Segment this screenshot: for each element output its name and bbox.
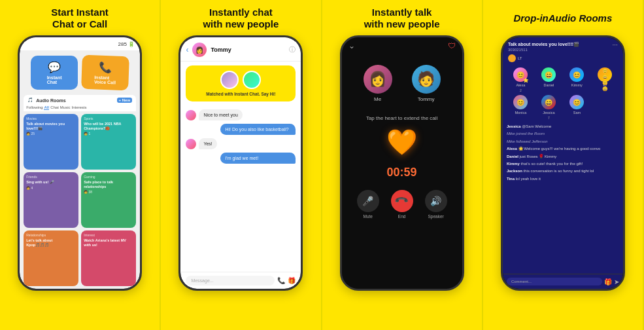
panel-3: Instantly talkwith new people ⌄ 🛡 👩 Me 🧑 — [322, 0, 483, 330]
speaker-monica-avatar: 😊 — [513, 95, 528, 109]
new-badge[interactable]: + New — [117, 98, 133, 103]
chat-icon: 💬 — [48, 61, 61, 73]
rooms-grid: Movies Talk about movies you love!!!!🎬 🧑… — [20, 111, 140, 289]
room-tag-interest: Interest — [84, 233, 133, 237]
host-row: LT — [508, 54, 618, 62]
p1-statusbar: 285 🔋 — [20, 37, 140, 50]
room-tag-rel: Relationships — [26, 233, 76, 237]
speaker-alexa-name: Alexa — [516, 83, 525, 87]
speaker-monica: 😊 Monica — [508, 95, 534, 120]
contact-avatar: 👩 — [192, 43, 207, 57]
room-friends[interactable]: Friends Sing with us! 🎤 🧑 4 — [24, 172, 78, 228]
screen-4: Talk about movies you love!!!!🎬 30302151… — [503, 37, 623, 289]
msg-2-bubble: Hi! Do you also like basketball? — [220, 124, 296, 135]
back-button[interactable]: ‹ — [186, 45, 188, 54]
msg-1: Nice to meet you — [186, 109, 296, 120]
call-timer: 00:59 — [387, 166, 417, 179]
screen-1: 285 🔋 💬 InstantChat 📞 InstantVoice Call … — [20, 37, 140, 289]
room-interest[interactable]: Interest Watch Ariana's latest MV with u… — [81, 230, 136, 286]
end-call-button[interactable]: 📞 End — [391, 190, 413, 219]
chat-line-5: Daniel just Roses 🌹 Kimmy — [507, 154, 619, 159]
room-tag-gaming: Gaming — [84, 175, 133, 179]
speaker-sam: 😊 Sam — [564, 95, 590, 120]
gift-icon-p4[interactable]: 🎁 — [604, 278, 612, 285]
panel-1: Start InstantChat or Call 285 🔋 💬 Instan… — [0, 0, 161, 330]
p4-input-bar: Comment... 🎁 ➤ — [503, 274, 623, 289]
panel-4: Drop-inAudio Rooms Talk about movies you… — [483, 0, 644, 330]
more-options-icon[interactable]: ··· — [613, 41, 618, 48]
speaker-sam-avatar: 😊 — [569, 95, 584, 109]
tab-music[interactable]: Music — [60, 105, 71, 110]
msg-1-avatar — [186, 110, 196, 120]
comment-input[interactable]: Comment... — [507, 278, 602, 285]
speaker-kimmy-avatar: 😊 — [569, 67, 584, 82]
chat-line-2: Mike joined the Room — [507, 131, 619, 136]
instant-chat-card[interactable]: 💬 InstantChat — [31, 56, 78, 90]
room-stats-sports: 🧑 1 — [84, 132, 133, 136]
audio-rooms-label: 🎵 Audio Rooms + New — [24, 95, 136, 104]
panel-2-title: Instantly chatwith new people — [203, 7, 279, 30]
tab-chat[interactable]: Chat — [50, 105, 59, 110]
room-topic-movies: Talk about movies you love!!!!🎬 — [26, 122, 76, 130]
p1-status-text: 285 🔋 — [118, 41, 135, 47]
room-gaming[interactable]: Gaming Safe place to talk relationships … — [81, 172, 136, 228]
room-sports[interactable]: Sports Who will be 2021 NBA Champions?🏀 … — [81, 114, 136, 170]
room-relationships[interactable]: Relationships Let's talk about Kpop🎵🎵🎵 — [24, 230, 78, 286]
tab-interests[interactable]: Interests — [72, 105, 87, 110]
speaker-alexa-count: 2 — [520, 88, 522, 92]
match-avatar-2 — [243, 71, 261, 89]
tab-all[interactable]: All — [44, 105, 49, 110]
speaker-icon-circle: 🔊 — [425, 190, 447, 212]
room-tag-friends: Friends — [26, 175, 76, 179]
p2-input-bar: Message... 📞 🎁 — [180, 272, 301, 289]
caller-tommy: 🧑 Tommy — [412, 65, 441, 102]
p4-input-icons: 🎁 ➤ — [604, 278, 619, 285]
call-controls: 🎤 Mute 📞 End 🔊 Speaker — [357, 190, 447, 219]
msg-3: Yes! — [186, 138, 296, 149]
room-tag-movies: Movies — [26, 117, 76, 120]
info-icon[interactable]: ⓘ — [289, 45, 296, 54]
speaker-more: 😊😄😊😄 +7 — [592, 67, 618, 92]
match-banner: Matched with Instant Chat. Say Hi! — [186, 65, 296, 101]
caller-tommy-avatar: 🧑 — [412, 65, 441, 94]
message-input[interactable]: Message... — [186, 276, 275, 285]
caller-tommy-emoji: 🧑 — [417, 71, 435, 88]
room-tag-sports: Sports — [84, 117, 133, 120]
speaker-more-avatars: 😊😄😊😄 — [598, 67, 612, 82]
room-topic-interest: Watch Ariana's latest MV with us! — [84, 238, 133, 247]
input-icons: 📞 🎁 — [277, 277, 296, 284]
caller-tommy-label: Tommy — [418, 96, 435, 102]
end-call-icon: 📞 — [394, 193, 409, 208]
chat-line-8: Tina lol yeah love it — [507, 176, 619, 181]
speaker-jessica-avatar: 😄 — [541, 95, 556, 109]
star-icon: ⭐ — [523, 78, 529, 83]
gift-icon[interactable]: 🎁 — [288, 277, 296, 284]
msg-3-avatar — [186, 139, 196, 149]
tab-following[interactable]: Following — [26, 105, 42, 110]
speaker-icon: 🔊 — [430, 196, 441, 206]
chat-line-4: Alexa 🌟 Welcome guys!!! we're having a g… — [507, 146, 619, 151]
send-icon-p4[interactable]: ➤ — [614, 278, 619, 285]
p3-statusbar: ⌄ 🛡 — [342, 37, 462, 54]
room-topic-gaming: Safe place to talk relationships — [84, 180, 133, 189]
chat-line-1: Jessica @Sam Welcome — [507, 124, 619, 129]
msg-2: Hi! Do you also like basketball? — [186, 124, 296, 135]
speaker-button[interactable]: 🔊 Speaker — [425, 190, 447, 219]
instant-call-card[interactable]: 📞 InstantVoice Call — [81, 55, 129, 90]
speaker-monica-name: Monica — [515, 111, 527, 115]
speaker-sam-name: Sam — [573, 111, 581, 115]
speaker-alexa-avatar: 😊 ⭐ — [513, 67, 528, 82]
shield-icon: 🛡 — [448, 41, 456, 50]
heart-icon[interactable]: 🧡 — [386, 128, 417, 156]
p1-cards-row: 💬 InstantChat 📞 InstantVoice Call — [20, 50, 140, 92]
mute-button[interactable]: 🎤 Mute — [357, 190, 379, 219]
panel-4-title: Drop-inAudio Rooms — [513, 7, 612, 30]
call-icon: 📞 — [99, 61, 112, 74]
speaker-kimmy-name: Kimmy — [571, 83, 583, 87]
phone-icon[interactable]: 📞 — [277, 277, 285, 284]
chevron-down-icon[interactable]: ⌄ — [348, 41, 355, 50]
speaker-daniel: 😄 Daniel — [536, 67, 562, 92]
screen-2: ‹ 👩 Tommy ⓘ Matched with Instant Chat. S… — [180, 37, 301, 289]
room-movies[interactable]: Movies Talk about movies you love!!!!🎬 🧑… — [24, 114, 78, 170]
room-topic-rel: Let's talk about Kpop🎵🎵🎵 — [26, 238, 76, 247]
